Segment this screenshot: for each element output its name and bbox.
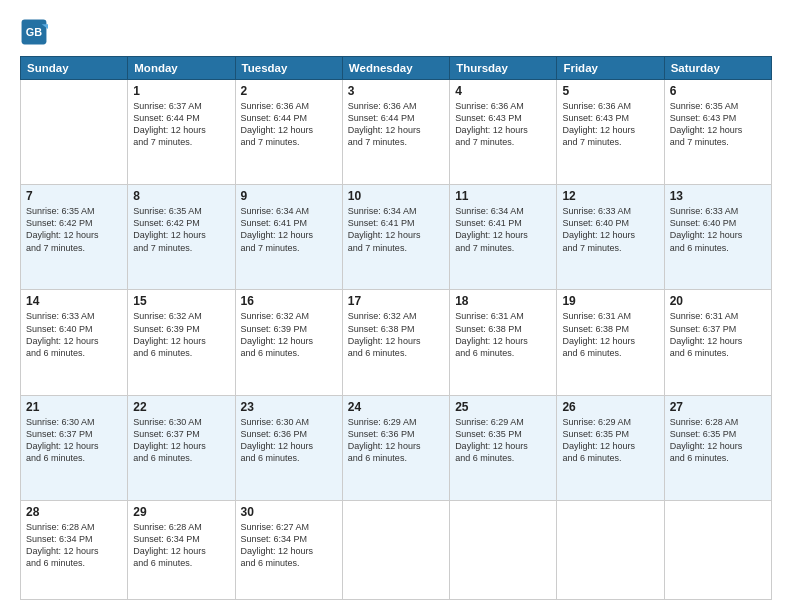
- day-info: Sunrise: 6:29 AM Sunset: 6:35 PM Dayligh…: [455, 416, 551, 465]
- day-number: 15: [133, 294, 229, 308]
- day-info: Sunrise: 6:35 AM Sunset: 6:43 PM Dayligh…: [670, 100, 766, 149]
- day-number: 22: [133, 400, 229, 414]
- calendar-cell: 7Sunrise: 6:35 AM Sunset: 6:42 PM Daylig…: [21, 185, 128, 290]
- calendar-cell: 5Sunrise: 6:36 AM Sunset: 6:43 PM Daylig…: [557, 80, 664, 185]
- day-number: 17: [348, 294, 444, 308]
- calendar-cell: 6Sunrise: 6:35 AM Sunset: 6:43 PM Daylig…: [664, 80, 771, 185]
- day-info: Sunrise: 6:35 AM Sunset: 6:42 PM Dayligh…: [26, 205, 122, 254]
- day-info: Sunrise: 6:28 AM Sunset: 6:34 PM Dayligh…: [133, 521, 229, 570]
- day-info: Sunrise: 6:29 AM Sunset: 6:36 PM Dayligh…: [348, 416, 444, 465]
- day-info: Sunrise: 6:36 AM Sunset: 6:43 PM Dayligh…: [562, 100, 658, 149]
- day-number: 12: [562, 189, 658, 203]
- calendar-cell: 25Sunrise: 6:29 AM Sunset: 6:35 PM Dayli…: [450, 395, 557, 500]
- day-info: Sunrise: 6:31 AM Sunset: 6:38 PM Dayligh…: [562, 310, 658, 359]
- day-info: Sunrise: 6:34 AM Sunset: 6:41 PM Dayligh…: [241, 205, 337, 254]
- day-number: 10: [348, 189, 444, 203]
- header: GB: [20, 18, 772, 46]
- calendar-cell: 19Sunrise: 6:31 AM Sunset: 6:38 PM Dayli…: [557, 290, 664, 395]
- day-number: 29: [133, 505, 229, 519]
- header-cell-sunday: Sunday: [21, 57, 128, 80]
- week-row-4: 21Sunrise: 6:30 AM Sunset: 6:37 PM Dayli…: [21, 395, 772, 500]
- calendar-cell: [21, 80, 128, 185]
- day-number: 28: [26, 505, 122, 519]
- svg-text:GB: GB: [26, 26, 42, 38]
- day-info: Sunrise: 6:37 AM Sunset: 6:44 PM Dayligh…: [133, 100, 229, 149]
- calendar-cell: [450, 500, 557, 599]
- day-number: 9: [241, 189, 337, 203]
- day-number: 20: [670, 294, 766, 308]
- day-number: 5: [562, 84, 658, 98]
- day-info: Sunrise: 6:36 AM Sunset: 6:44 PM Dayligh…: [241, 100, 337, 149]
- calendar-cell: [557, 500, 664, 599]
- day-info: Sunrise: 6:32 AM Sunset: 6:38 PM Dayligh…: [348, 310, 444, 359]
- day-number: 19: [562, 294, 658, 308]
- day-info: Sunrise: 6:36 AM Sunset: 6:43 PM Dayligh…: [455, 100, 551, 149]
- logo-icon: GB: [20, 18, 48, 46]
- calendar-cell: [342, 500, 449, 599]
- header-cell-friday: Friday: [557, 57, 664, 80]
- calendar-cell: 22Sunrise: 6:30 AM Sunset: 6:37 PM Dayli…: [128, 395, 235, 500]
- calendar-cell: 8Sunrise: 6:35 AM Sunset: 6:42 PM Daylig…: [128, 185, 235, 290]
- calendar-cell: 28Sunrise: 6:28 AM Sunset: 6:34 PM Dayli…: [21, 500, 128, 599]
- day-number: 4: [455, 84, 551, 98]
- calendar-cell: [664, 500, 771, 599]
- day-number: 3: [348, 84, 444, 98]
- calendar-cell: 18Sunrise: 6:31 AM Sunset: 6:38 PM Dayli…: [450, 290, 557, 395]
- week-row-1: 1Sunrise: 6:37 AM Sunset: 6:44 PM Daylig…: [21, 80, 772, 185]
- calendar-cell: 23Sunrise: 6:30 AM Sunset: 6:36 PM Dayli…: [235, 395, 342, 500]
- calendar-cell: 4Sunrise: 6:36 AM Sunset: 6:43 PM Daylig…: [450, 80, 557, 185]
- calendar-cell: 17Sunrise: 6:32 AM Sunset: 6:38 PM Dayli…: [342, 290, 449, 395]
- day-info: Sunrise: 6:30 AM Sunset: 6:37 PM Dayligh…: [133, 416, 229, 465]
- day-info: Sunrise: 6:28 AM Sunset: 6:34 PM Dayligh…: [26, 521, 122, 570]
- day-number: 26: [562, 400, 658, 414]
- day-info: Sunrise: 6:33 AM Sunset: 6:40 PM Dayligh…: [562, 205, 658, 254]
- calendar-cell: 26Sunrise: 6:29 AM Sunset: 6:35 PM Dayli…: [557, 395, 664, 500]
- calendar-cell: 24Sunrise: 6:29 AM Sunset: 6:36 PM Dayli…: [342, 395, 449, 500]
- day-number: 24: [348, 400, 444, 414]
- calendar-cell: 27Sunrise: 6:28 AM Sunset: 6:35 PM Dayli…: [664, 395, 771, 500]
- day-number: 14: [26, 294, 122, 308]
- calendar-cell: 13Sunrise: 6:33 AM Sunset: 6:40 PM Dayli…: [664, 185, 771, 290]
- calendar-cell: 30Sunrise: 6:27 AM Sunset: 6:34 PM Dayli…: [235, 500, 342, 599]
- calendar-cell: 9Sunrise: 6:34 AM Sunset: 6:41 PM Daylig…: [235, 185, 342, 290]
- calendar-cell: 2Sunrise: 6:36 AM Sunset: 6:44 PM Daylig…: [235, 80, 342, 185]
- header-cell-wednesday: Wednesday: [342, 57, 449, 80]
- day-number: 2: [241, 84, 337, 98]
- header-cell-saturday: Saturday: [664, 57, 771, 80]
- calendar-cell: 14Sunrise: 6:33 AM Sunset: 6:40 PM Dayli…: [21, 290, 128, 395]
- day-number: 18: [455, 294, 551, 308]
- header-cell-thursday: Thursday: [450, 57, 557, 80]
- week-row-5: 28Sunrise: 6:28 AM Sunset: 6:34 PM Dayli…: [21, 500, 772, 599]
- calendar-cell: 12Sunrise: 6:33 AM Sunset: 6:40 PM Dayli…: [557, 185, 664, 290]
- logo: GB: [20, 18, 52, 46]
- day-number: 7: [26, 189, 122, 203]
- day-info: Sunrise: 6:35 AM Sunset: 6:42 PM Dayligh…: [133, 205, 229, 254]
- day-number: 11: [455, 189, 551, 203]
- day-info: Sunrise: 6:27 AM Sunset: 6:34 PM Dayligh…: [241, 521, 337, 570]
- day-number: 27: [670, 400, 766, 414]
- day-number: 25: [455, 400, 551, 414]
- header-cell-tuesday: Tuesday: [235, 57, 342, 80]
- day-info: Sunrise: 6:33 AM Sunset: 6:40 PM Dayligh…: [26, 310, 122, 359]
- calendar-cell: 1Sunrise: 6:37 AM Sunset: 6:44 PM Daylig…: [128, 80, 235, 185]
- calendar-cell: 3Sunrise: 6:36 AM Sunset: 6:44 PM Daylig…: [342, 80, 449, 185]
- day-info: Sunrise: 6:32 AM Sunset: 6:39 PM Dayligh…: [133, 310, 229, 359]
- page: GB SundayMondayTuesdayWednesdayThursdayF…: [0, 0, 792, 612]
- calendar-table: SundayMondayTuesdayWednesdayThursdayFrid…: [20, 56, 772, 600]
- day-info: Sunrise: 6:34 AM Sunset: 6:41 PM Dayligh…: [348, 205, 444, 254]
- day-number: 13: [670, 189, 766, 203]
- day-number: 6: [670, 84, 766, 98]
- day-number: 23: [241, 400, 337, 414]
- header-cell-monday: Monday: [128, 57, 235, 80]
- day-number: 16: [241, 294, 337, 308]
- calendar-cell: 16Sunrise: 6:32 AM Sunset: 6:39 PM Dayli…: [235, 290, 342, 395]
- calendar-cell: 11Sunrise: 6:34 AM Sunset: 6:41 PM Dayli…: [450, 185, 557, 290]
- day-info: Sunrise: 6:36 AM Sunset: 6:44 PM Dayligh…: [348, 100, 444, 149]
- day-info: Sunrise: 6:34 AM Sunset: 6:41 PM Dayligh…: [455, 205, 551, 254]
- day-number: 1: [133, 84, 229, 98]
- day-info: Sunrise: 6:33 AM Sunset: 6:40 PM Dayligh…: [670, 205, 766, 254]
- calendar-cell: 20Sunrise: 6:31 AM Sunset: 6:37 PM Dayli…: [664, 290, 771, 395]
- day-info: Sunrise: 6:30 AM Sunset: 6:37 PM Dayligh…: [26, 416, 122, 465]
- calendar-cell: 29Sunrise: 6:28 AM Sunset: 6:34 PM Dayli…: [128, 500, 235, 599]
- calendar-cell: 15Sunrise: 6:32 AM Sunset: 6:39 PM Dayli…: [128, 290, 235, 395]
